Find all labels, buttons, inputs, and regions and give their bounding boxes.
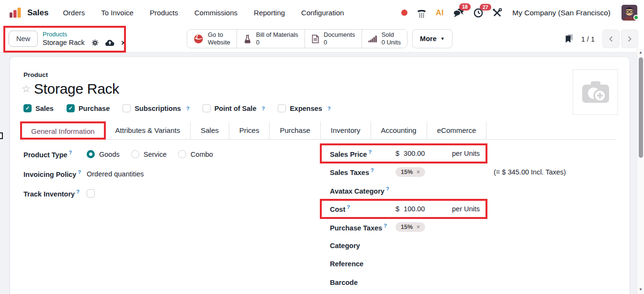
button-count: 0 Units [382, 39, 401, 46]
remove-tag-icon[interactable]: × [417, 224, 420, 230]
toggle-expenses[interactable]: Expenses ? [278, 104, 330, 112]
button-label: Sold [382, 31, 401, 39]
availability-toggles: ✓ Sales ✓ Purchase Subscriptions ? Point… [23, 104, 616, 112]
control-panel: New Products Storage Rack × Go toWe [0, 25, 644, 53]
tab-purchase[interactable]: Purchase [270, 121, 320, 139]
help-icon: ? [347, 204, 350, 210]
toggle-point-of-sale[interactable]: Point of Sale ? [203, 104, 265, 112]
invoicing-policy-value[interactable]: Ordered quantities [87, 170, 330, 178]
user-avatar[interactable] [621, 5, 637, 21]
gear-icon[interactable] [91, 39, 99, 46]
product-image-upload[interactable] [573, 69, 618, 115]
checkbox-checked-icon[interactable]: ✓ [67, 104, 75, 112]
tab-accounting[interactable]: Accounting [371, 121, 427, 139]
voip-phone-icon[interactable] [417, 8, 427, 18]
save-cloud-icon[interactable] [105, 39, 114, 46]
tab-general-information[interactable]: General Information [21, 121, 105, 140]
reference-row: Reference [330, 255, 616, 273]
menu-item-reporting[interactable]: Reporting [254, 9, 285, 17]
radio-selected-icon[interactable] [87, 150, 95, 158]
sales-price-input[interactable]: $300.00 [395, 150, 452, 157]
odoo-logo-icon[interactable] [9, 6, 22, 19]
go-to-website-button[interactable]: Go toWebsite [187, 30, 237, 48]
track-inventory-label: Track Inventory? [23, 189, 87, 198]
tab-inventory[interactable]: Inventory [321, 121, 371, 139]
toggle-purchase[interactable]: ✓ Purchase [67, 104, 110, 112]
track-inventory-row: Track Inventory? [23, 184, 330, 203]
ai-icon[interactable]: AI [436, 9, 444, 17]
product-title[interactable]: Storage Rack [34, 81, 119, 97]
help-icon: ? [371, 167, 374, 173]
new-button[interactable]: New [9, 31, 38, 47]
radio-goods[interactable]: Goods [87, 150, 120, 158]
product-type-row: Product Type? Goods Service Combo [23, 144, 330, 164]
radio-icon[interactable] [131, 150, 139, 158]
menu-item-products[interactable]: Products [150, 9, 178, 17]
documents-button[interactable]: Documents0 [305, 30, 362, 48]
tab-sales[interactable]: Sales [191, 121, 229, 139]
track-inventory-checkbox[interactable] [87, 189, 95, 197]
toggle-label: Sales [35, 105, 54, 112]
cost-input[interactable]: $100.00 [395, 205, 452, 213]
sales-price-uom: per Units [452, 150, 616, 157]
button-count: 0 [324, 39, 355, 46]
taxes-included-note: (= $ 345.00 Incl. Taxes) [494, 168, 566, 176]
checkbox-checked-icon[interactable]: ✓ [23, 104, 32, 112]
sales-price-label: Sales Price? [330, 149, 395, 158]
cost-label: Cost? [330, 204, 395, 213]
breadcrumb: Products Storage Rack × [43, 31, 126, 47]
toggle-subscriptions[interactable]: Subscriptions ? [123, 104, 189, 112]
tab-attributes-variants[interactable]: Attributes & Variants [105, 121, 191, 139]
checkbox-icon[interactable] [203, 104, 211, 112]
help-icon: ? [384, 223, 387, 229]
bill-of-materials-button[interactable]: Bill of Materials0 [237, 30, 305, 48]
menu-item-configuration[interactable]: Configuration [301, 9, 344, 17]
scrollbar-thumb[interactable] [639, 57, 643, 158]
menu-item-orders[interactable]: Orders [63, 9, 85, 17]
avatax-category-row: Avatax Category? [330, 181, 616, 200]
favorite-star-icon[interactable]: ☆ [22, 83, 31, 95]
radio-icon[interactable] [178, 150, 186, 158]
discard-icon[interactable]: × [121, 39, 126, 47]
product-type-label: Product Type? [23, 150, 87, 159]
purchase-tax-tag[interactable]: 15%× [395, 222, 425, 232]
remove-tag-icon[interactable]: × [417, 169, 420, 175]
toggle-label: Point of Sale [215, 105, 257, 112]
next-record-button[interactable] [621, 30, 638, 48]
left-field-column: Product Type? Goods Service Combo Invoic… [23, 144, 330, 292]
sales-tax-tag[interactable]: 15%× [395, 167, 425, 177]
toggle-sales[interactable]: ✓ Sales [23, 104, 54, 112]
help-icon: ? [328, 106, 331, 111]
previous-record-button[interactable] [602, 30, 620, 48]
activities-clock-icon[interactable]: 27 [474, 8, 483, 18]
tab-prices[interactable]: Prices [229, 121, 270, 139]
tab-ecommerce[interactable]: eCommerce [427, 121, 487, 139]
bookmark-icon[interactable] [565, 34, 574, 44]
scroll-down-icon[interactable]: ▼ [637, 287, 644, 292]
caret-down-icon: ▼ [441, 36, 445, 41]
menu-item-commissions[interactable]: Commissions [194, 9, 237, 17]
record-pager: 1 / 1 [581, 35, 595, 43]
checkbox-icon[interactable] [278, 104, 286, 112]
invoicing-policy-label: Invoicing Policy? [23, 169, 87, 178]
radio-service[interactable]: Service [131, 150, 167, 158]
messages-icon[interactable]: 18 [453, 8, 464, 18]
checkbox-icon[interactable] [123, 104, 131, 112]
barcode-label: Barcode [330, 279, 395, 286]
company-switcher[interactable]: My Company (San Francisco) [512, 9, 610, 17]
app-name[interactable]: Sales [27, 8, 48, 18]
more-button[interactable]: More ▼ [412, 29, 452, 48]
help-icon: ? [76, 189, 79, 195]
tools-icon[interactable] [492, 8, 502, 18]
category-row: Category [330, 237, 616, 255]
radio-combo[interactable]: Combo [178, 150, 213, 158]
scroll-up-icon[interactable]: ▲ [637, 50, 644, 54]
purchase-taxes-label: Purchase Taxes? [330, 223, 395, 232]
vertical-scrollbar[interactable]: ▲ ▼ [637, 48, 644, 294]
breadcrumb-parent-link[interactable]: Products [43, 31, 126, 38]
flask-icon [243, 34, 252, 44]
menu-item-to-invoice[interactable]: To Invoice [101, 9, 134, 17]
button-count: 0 [256, 39, 298, 46]
content-area: Product ☆ Storage Rack ✓ Sales ✓ Purchas… [0, 53, 644, 294]
sold-units-button[interactable]: Sold0 Units [362, 30, 407, 48]
